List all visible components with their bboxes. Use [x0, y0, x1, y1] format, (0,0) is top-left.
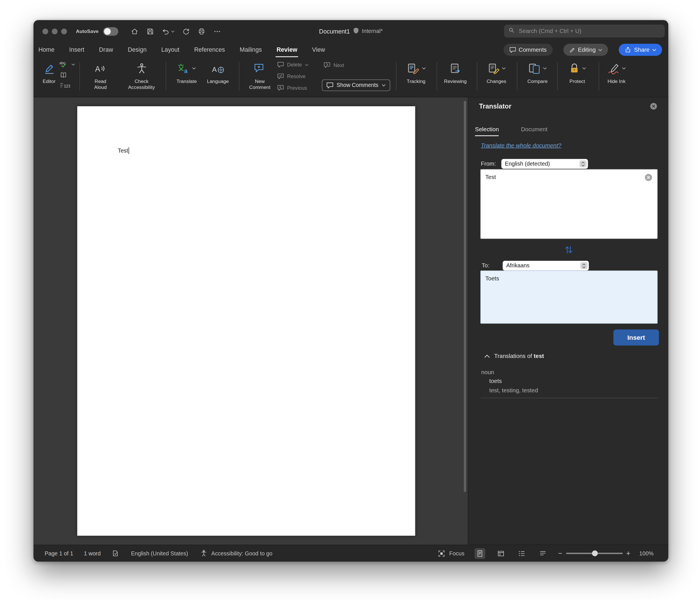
previous-comment-button[interactable]: Previous	[277, 82, 308, 94]
document-text: Test	[118, 147, 128, 154]
insert-button[interactable]: Insert	[614, 329, 659, 346]
next-label: Next	[333, 62, 344, 68]
autosave-toggle[interactable]	[103, 27, 118, 35]
new-comment-button[interactable]: New Comment	[247, 61, 273, 90]
text-cursor	[128, 147, 129, 154]
changes-button[interactable]: Changes	[483, 61, 509, 85]
target-text-area[interactable]: Toets	[480, 271, 658, 324]
comments-button[interactable]: Comments	[503, 44, 553, 56]
tab-home[interactable]: Home	[39, 46, 54, 54]
page-count[interactable]: Page 1 of 1	[45, 550, 73, 556]
maximize-window-button[interactable]	[61, 28, 67, 34]
web-layout-view-button[interactable]	[496, 548, 506, 559]
minimize-window-button[interactable]	[52, 28, 57, 34]
hide-ink-button[interactable]: Hide Ink	[603, 61, 630, 85]
word-count[interactable]: 1 word	[84, 550, 101, 556]
tab-design[interactable]: Design	[128, 46, 147, 54]
previous-comment-icon	[277, 85, 284, 91]
changes-label: Changes	[486, 79, 506, 85]
reviewing-icon	[449, 62, 461, 74]
search-input[interactable]	[518, 27, 661, 35]
more-options-icon[interactable]	[214, 27, 221, 35]
status-bar: Page 1 of 1 1 word English (United State…	[33, 545, 669, 561]
share-button-label: Share	[634, 46, 650, 53]
accessibility-status[interactable]: Accessibility: Good to go	[211, 550, 272, 556]
hide-ink-label: Hide Ink	[607, 79, 625, 85]
read-aloud-button[interactable]: A Read Aloud	[86, 61, 115, 90]
share-button[interactable]: Share	[619, 44, 662, 56]
compare-icon	[528, 62, 541, 74]
draft-view-button[interactable]	[538, 548, 549, 559]
tab-review[interactable]: Review	[276, 46, 297, 54]
editing-button[interactable]: Editing	[563, 44, 608, 56]
spelling-abc-icon: abc	[59, 61, 70, 68]
zoom-in-button[interactable]: +	[626, 550, 630, 557]
delete-comment-button[interactable]: Delete	[277, 59, 308, 71]
tab-view[interactable]: View	[312, 46, 325, 54]
check-accessibility-button[interactable]: Check Accessibility	[122, 61, 161, 90]
language-status[interactable]: English (United States)	[131, 550, 188, 556]
tab-layout[interactable]: Layout	[161, 46, 179, 54]
translations-heading: Translations of test	[494, 353, 544, 359]
spelling-grammar-button[interactable]: abc	[59, 61, 75, 68]
tab-mailings[interactable]: Mailings	[240, 46, 262, 54]
compare-button[interactable]: Compare	[524, 61, 551, 85]
chevron-down-icon	[622, 67, 626, 70]
proofing-status-icon[interactable]	[112, 549, 120, 557]
print-layout-view-button[interactable]	[475, 548, 485, 559]
translation-word: toets	[489, 378, 502, 384]
document-title: Document1	[319, 28, 350, 35]
zoom-out-button[interactable]: −	[558, 550, 562, 557]
dropdown-stepper-icon	[579, 160, 586, 167]
undo-button[interactable]	[162, 27, 174, 35]
to-language-dropdown[interactable]: Afrikaans	[503, 261, 589, 271]
close-panel-button[interactable]	[650, 103, 657, 110]
save-icon[interactable]	[146, 27, 154, 35]
outline-view-button[interactable]	[517, 548, 528, 559]
new-comment-label: New Comment	[248, 79, 272, 90]
language-icon: A	[211, 62, 224, 74]
zoom-slider[interactable]	[566, 553, 623, 554]
print-icon[interactable]	[198, 27, 206, 35]
tracking-button[interactable]: Tracking	[402, 61, 430, 85]
translate-whole-document-link[interactable]: Translate the whole document?	[481, 142, 561, 149]
thesaurus-button[interactable]	[59, 71, 75, 78]
translator-tab-document[interactable]: Document	[521, 126, 547, 135]
language-button[interactable]: A Language	[205, 61, 231, 85]
focus-button[interactable]: Focus	[449, 550, 465, 556]
zoom-slider-thumb[interactable]	[592, 551, 597, 556]
delete-label: Delete	[287, 62, 302, 67]
redo-icon[interactable]	[182, 27, 190, 35]
translations-section-header[interactable]: Translations of test	[484, 353, 544, 359]
show-comments-button[interactable]: Show Comments	[322, 79, 390, 91]
chevron-down-icon	[305, 64, 309, 66]
translate-button[interactable]: a Translate	[173, 61, 200, 85]
protect-button[interactable]: Protect	[565, 61, 590, 85]
hide-ink-icon	[607, 62, 620, 74]
editor-button[interactable]: Editor	[39, 61, 59, 85]
tab-draw[interactable]: Draw	[99, 46, 114, 54]
search-box[interactable]	[504, 24, 665, 38]
vertical-scrollbar[interactable]	[464, 101, 466, 492]
read-aloud-icon: A	[94, 62, 107, 74]
tab-references[interactable]: References	[194, 46, 225, 54]
resolve-label: Resolve	[287, 74, 305, 79]
zoom-level[interactable]: 100%	[639, 550, 653, 556]
pencil-icon	[569, 47, 575, 53]
document-page[interactable]: Test	[77, 106, 415, 536]
word-count-button[interactable]: 123	[59, 82, 75, 89]
translator-tab-selection[interactable]: Selection	[475, 126, 499, 136]
document-canvas: Test	[33, 97, 468, 545]
from-language-dropdown[interactable]: English (detected)	[501, 159, 588, 169]
chevron-down-icon	[171, 30, 174, 32]
tab-insert[interactable]: Insert	[69, 46, 84, 54]
next-comment-button[interactable]: Next	[324, 62, 344, 68]
close-window-button[interactable]	[42, 28, 48, 34]
home-icon[interactable]	[131, 27, 139, 35]
screenshot-stage: AutoSave Document1 Internal* Home Inse	[0, 0, 700, 600]
swap-languages-button[interactable]	[565, 245, 573, 256]
resolve-comment-button[interactable]: Resolve	[277, 71, 308, 82]
source-text-area[interactable]: Test	[480, 169, 658, 239]
clear-source-button[interactable]	[645, 174, 652, 181]
reviewing-button[interactable]: Reviewing	[442, 61, 469, 85]
